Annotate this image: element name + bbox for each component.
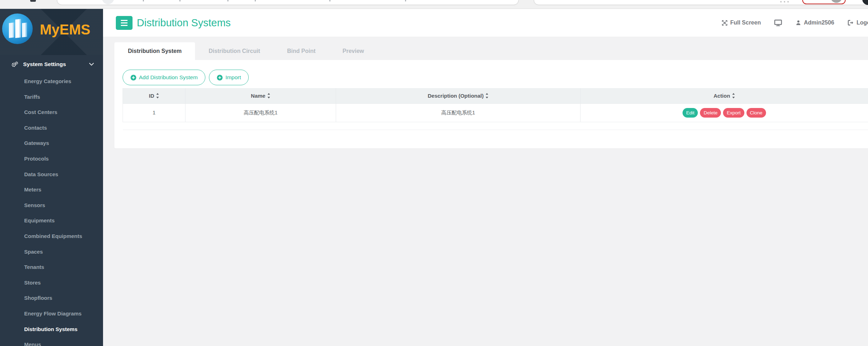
url-text-fragment — [329, 0, 330, 1]
url-text-fragment — [405, 0, 406, 1]
expand-arrows-icon — [722, 20, 728, 26]
row-actions: Edit Delete Export Clone — [581, 108, 868, 118]
full-screen-label: Full Screen — [730, 20, 761, 26]
app-window: MyEMS System Settings — [0, 9, 868, 346]
distribution-system-card: Add Distribution System Import — [114, 60, 868, 148]
browser-chrome-strip — [0, 0, 868, 9]
cell-actions: Edit Delete Export Clone — [581, 103, 868, 122]
full-screen-button[interactable]: Full Screen — [722, 20, 761, 26]
topbar: Distribution Systems Full Screen — [103, 9, 868, 37]
gears-icon — [11, 61, 18, 67]
sidebar-item[interactable]: Menus — [0, 337, 103, 346]
logout-icon — [848, 20, 854, 26]
sidebar-item[interactable]: Gateways — [0, 135, 103, 151]
row-action-button[interactable]: Clone — [746, 108, 766, 118]
sidebar-item[interactable]: Tenants — [0, 259, 103, 275]
url-text-fragment — [227, 0, 228, 1]
url-text-fragment — [143, 0, 144, 1]
hamburger-icon[interactable] — [116, 16, 133, 30]
tab-bar: Distribution System Distribution Circuit… — [114, 42, 868, 60]
import-button-label: Import — [225, 74, 241, 81]
sort-arrows-icon — [732, 93, 735, 98]
import-button[interactable]: Import — [209, 70, 249, 85]
user-menu[interactable]: Admin2506 — [796, 20, 834, 26]
sort-arrows-icon — [485, 93, 489, 98]
sidebar-section-system-settings[interactable]: System Settings — [0, 55, 103, 74]
display-toggle-button[interactable] — [774, 20, 782, 26]
sidebar-item[interactable]: Cost Centers — [0, 104, 103, 120]
sidebar-item[interactable]: Meters — [0, 182, 103, 198]
sort-arrows-icon — [267, 93, 270, 98]
distribution-systems-table: ID Name — [123, 88, 868, 130]
sidebar-section-label: System Settings — [23, 61, 66, 67]
row-action-button[interactable]: Export — [723, 108, 744, 118]
user-label: Admin2506 — [804, 20, 834, 26]
plus-circle-icon — [130, 75, 136, 81]
person-icon — [796, 20, 801, 26]
browser-icon-fragment — [30, 0, 36, 2]
brand-area[interactable]: MyEMS — [0, 9, 103, 55]
content-area: Distribution System Distribution Circuit… — [103, 37, 868, 346]
column-header[interactable]: ID — [123, 88, 185, 103]
row-action-button[interactable]: Edit — [683, 108, 698, 118]
column-header[interactable]: Name — [185, 88, 336, 103]
topbar-actions: Full Screen Admin2506 — [722, 9, 868, 37]
sidebar-item[interactable]: Tariffs — [0, 89, 103, 105]
main-area: Distribution Systems Full Screen — [103, 9, 868, 346]
sidebar-item[interactable]: Combined Equipments — [0, 228, 103, 244]
brand-name: MyEMS — [40, 22, 90, 38]
cell-name: 高压配电系统1 — [185, 103, 336, 122]
tab[interactable]: Bind Point — [274, 42, 329, 60]
sidebar-item[interactable]: Energy Flow Diagrams — [0, 306, 103, 321]
logout-button[interactable]: Logout — [848, 20, 868, 26]
browser-address-bar[interactable] — [57, 0, 519, 5]
screen: MyEMS System Settings — [0, 0, 868, 346]
logout-label: Logout — [857, 20, 868, 26]
empty-table-row — [123, 122, 868, 130]
table-header-row: ID Name — [123, 88, 868, 103]
sidebar-item[interactable]: Distribution Systems — [0, 321, 103, 337]
sidebar: MyEMS System Settings — [0, 9, 103, 346]
cell-id: 1 — [123, 103, 185, 122]
url-text-fragment — [255, 0, 256, 1]
sidebar-item[interactable]: Equipments — [0, 213, 103, 228]
sidebar-item[interactable]: Contacts — [0, 120, 103, 136]
sidebar-item[interactable]: Data Sources — [0, 167, 103, 182]
card-toolbar: Add Distribution System Import — [114, 60, 868, 85]
sidebar-item[interactable]: Sensors — [0, 198, 103, 213]
plus-circle-icon — [217, 75, 223, 81]
tab[interactable]: Distribution Circuit — [195, 42, 274, 60]
cell-description: 高压配电系统1 — [336, 103, 581, 122]
column-header[interactable]: Action — [581, 88, 868, 103]
tab[interactable]: Distribution System — [114, 42, 195, 60]
add-distribution-system-button[interactable]: Add Distribution System — [123, 70, 205, 85]
sidebar-menu: Energy Categories Tariffs Cost Centers C… — [0, 74, 103, 346]
sort-arrows-icon — [156, 93, 159, 98]
buildings-in-circle-icon — [2, 13, 33, 44]
chevron-down-icon — [89, 63, 94, 66]
add-button-label: Add Distribution System — [139, 74, 198, 81]
tab[interactable]: Preview — [329, 42, 377, 60]
table-row: 1 高压配电系统1 高压配电系统1 Edit Dele — [123, 103, 868, 122]
column-header[interactable]: Description (Optional) — [336, 88, 581, 103]
sidebar-item[interactable]: Shopfloors — [0, 290, 103, 306]
sidebar-item[interactable]: Spaces — [0, 244, 103, 260]
url-text-fragment — [179, 0, 180, 1]
page-title: Distribution Systems — [137, 17, 231, 29]
sidebar-item[interactable]: Stores — [0, 275, 103, 291]
sidebar-item[interactable]: Protocols — [0, 151, 103, 167]
sidebar-item[interactable]: Energy Categories — [0, 74, 103, 89]
row-action-button[interactable]: Delete — [700, 108, 721, 118]
monitor-icon — [774, 20, 782, 26]
